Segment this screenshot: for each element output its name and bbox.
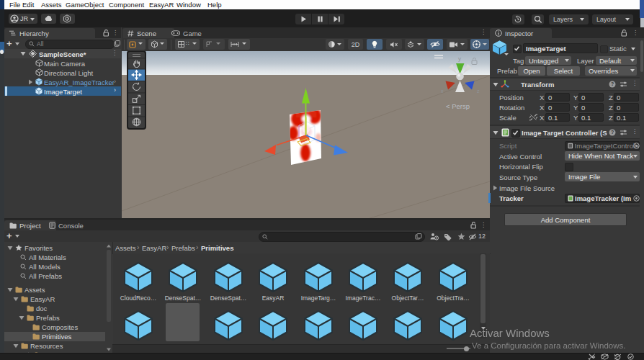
svg-text:?: ? [611,81,614,86]
svg-text:x: x [441,89,444,94]
svg-text:z: z [477,89,480,94]
svg-text:y: y [458,55,461,62]
svg-text:?: ? [611,130,614,135]
svg-text:< Persp: < Persp [446,102,470,110]
